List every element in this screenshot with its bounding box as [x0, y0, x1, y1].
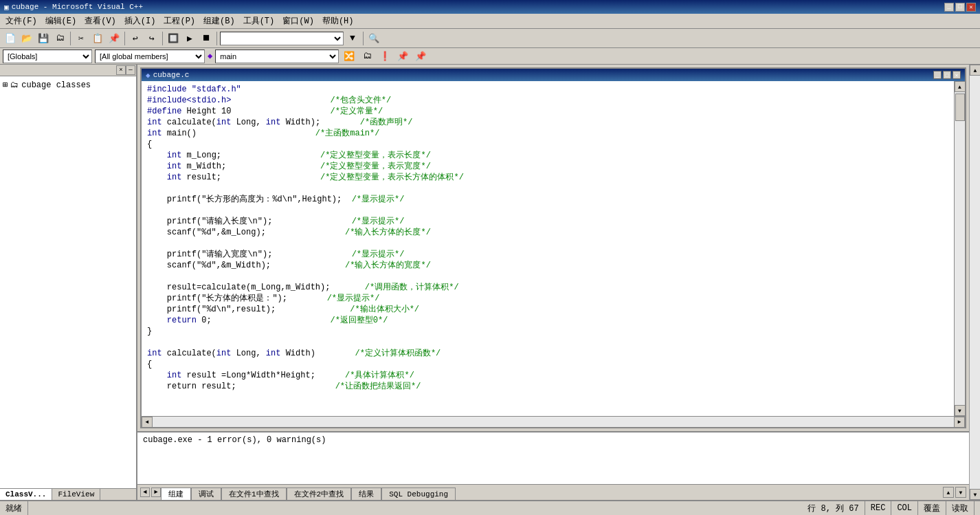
panel-pin-btn[interactable]: ─ — [126, 65, 135, 75]
config-button[interactable]: ▼ — [345, 31, 360, 46]
status-row: 行 8, 列 67 — [808, 503, 858, 514]
editor-filename: cubage.c — [153, 71, 190, 79]
output-tab-debug[interactable]: 调试 — [191, 487, 221, 500]
nav-icon-btn4[interactable]: 📌 — [395, 49, 410, 64]
hscroll-right-btn[interactable]: ► — [954, 417, 965, 428]
toolbar-row1: 📄 📂 💾 🗂 ✂ 📋 📌 ↩ ↪ 🔲 ▶ ⏹ ▼ 🔍 — [0, 29, 980, 48]
status-read-label: 读取 — [952, 503, 968, 514]
output-next-btn[interactable]: ► — [151, 487, 161, 497]
save-button[interactable]: 💾 — [36, 31, 51, 46]
separator3 — [162, 32, 163, 45]
run-button[interactable]: ▶ — [182, 31, 197, 46]
title-bar: ▣ cubage - Microsoft Visual C++ _ □ ✕ — [0, 0, 980, 14]
menu-view[interactable]: 查看(V) — [80, 14, 120, 28]
output-scroll-down[interactable]: ▼ — [955, 487, 966, 498]
nav-icon-btn3[interactable]: ❗ — [377, 49, 392, 64]
scroll-thumb[interactable] — [955, 94, 965, 121]
build-button[interactable]: 🔲 — [166, 31, 181, 46]
nav-icon-btn2[interactable]: 🗂 — [359, 49, 375, 64]
title-text: cubage - Microsoft Visual C++ — [12, 3, 143, 11]
code-editor[interactable]: #include "stdafx.h" #include<stdio.h> /*… — [142, 81, 954, 416]
output-prev-btn[interactable]: ◄ — [140, 487, 150, 497]
paste-button[interactable]: 📌 — [107, 31, 122, 46]
output-tabs: 组建 调试 在文件1中查找 在文件2中查找 结果 SQL Debugging — [161, 485, 456, 500]
editor-title-bar: ◆ cubage.c _ □ ✕ — [142, 69, 965, 81]
output-scroll-up[interactable]: ▲ — [943, 487, 954, 498]
stop-button[interactable]: ⏹ — [199, 31, 214, 46]
classview-tab[interactable]: ClassV... — [0, 489, 52, 500]
right-scroll-up[interactable]: ▲ — [970, 65, 980, 76]
menu-tools[interactable]: 工具(T) — [239, 14, 279, 28]
editor-vscrollbar[interactable]: ▲ ▼ — [954, 81, 965, 416]
minimize-button[interactable]: _ — [944, 3, 954, 12]
output-nav: ◄ ► — [140, 487, 161, 497]
app-container: ▣ cubage - Microsoft Visual C++ _ □ ✕ 文件… — [0, 0, 980, 515]
cut-button[interactable]: ✂ — [74, 31, 89, 46]
output-tab-build[interactable]: 组建 — [161, 487, 191, 500]
hscroll-track[interactable] — [153, 417, 954, 428]
nav-bar: [Globals] [All global members] ◆ main 🔀 … — [0, 48, 980, 65]
redo-button[interactable]: ↪ — [144, 31, 159, 46]
menu-project[interactable]: 工程(P) — [159, 14, 199, 28]
tree-root-item[interactable]: ⊞ 🗂 cubage classes — [3, 79, 133, 91]
output-tab-find1[interactable]: 在文件1中查找 — [221, 487, 287, 500]
status-bar: 就绪 行 8, 列 67 REC COL 覆盖 读取 — [0, 500, 980, 515]
editor-content: #include "stdafx.h" #include<stdio.h> /*… — [142, 81, 965, 416]
config-combo[interactable] — [220, 32, 344, 45]
status-ready: 就绪 — [5, 501, 28, 515]
panel-tabs: ClassV... FileView — [0, 488, 136, 500]
left-panel-toolbar: × ─ — [0, 65, 136, 76]
editor-hscrollbar[interactable]: ◄ ► — [142, 416, 965, 427]
globals-combo[interactable]: [Globals] — [3, 50, 92, 63]
fileview-tab[interactable]: FileView — [52, 489, 100, 500]
output-area: cubage.exe - 1 error(s), 0 warning(s) ◄ … — [137, 431, 969, 500]
scroll-up-btn[interactable]: ▲ — [955, 81, 966, 92]
new-file-button[interactable]: 📄 — [3, 31, 18, 46]
expand-icon: ⊞ — [3, 80, 8, 90]
right-scroll-down[interactable]: ▼ — [970, 489, 980, 500]
editor-title-controls: _ □ ✕ — [933, 71, 961, 79]
class-icon: 🗂 — [10, 80, 19, 90]
scroll-track[interactable] — [955, 92, 966, 405]
tree-area: ⊞ 🗂 cubage classes — [0, 76, 136, 488]
content-area: × ─ ⊞ 🗂 cubage classes ClassV... FileVie… — [0, 65, 980, 500]
menu-build[interactable]: 组建(B) — [199, 14, 239, 28]
panel-close-btn[interactable]: × — [116, 65, 126, 75]
status-rec-label: REC — [871, 503, 886, 513]
editor-minimize-btn[interactable]: _ — [933, 71, 942, 79]
copy-button[interactable]: 📋 — [90, 31, 105, 46]
find-button[interactable]: 🔍 — [366, 31, 381, 46]
status-ovr: 覆盖 — [918, 501, 946, 515]
menu-file[interactable]: 文件(F) — [1, 14, 41, 28]
editor-maximize-btn[interactable]: □ — [943, 71, 951, 79]
status-rec: REC — [865, 501, 892, 515]
menu-insert[interactable]: 插入(I) — [120, 14, 160, 28]
tree-root-label: cubage classes — [21, 80, 91, 90]
status-read: 读取 — [946, 501, 975, 515]
output-tab-find2[interactable]: 在文件2中查找 — [287, 487, 352, 500]
separator4 — [216, 32, 217, 45]
nav-icon-btn[interactable]: 🔀 — [342, 49, 357, 64]
editor-close-btn[interactable]: ✕ — [953, 71, 961, 79]
separator5 — [363, 32, 364, 45]
nav-icon-btn5[interactable]: 📌 — [413, 49, 428, 64]
scroll-down-btn[interactable]: ▼ — [955, 405, 966, 416]
hscroll-left-btn[interactable]: ◄ — [142, 417, 153, 428]
open-button[interactable]: 📂 — [19, 31, 34, 46]
menu-edit[interactable]: 编辑(E) — [41, 14, 81, 28]
function-combo[interactable]: main — [215, 50, 339, 63]
status-col: COL — [891, 501, 918, 515]
menu-window[interactable]: 窗口(W) — [278, 14, 318, 28]
undo-button[interactable]: ↩ — [128, 31, 143, 46]
right-scrollbar[interactable]: ▲ ▼ — [969, 65, 980, 500]
menu-help[interactable]: 帮助(H) — [318, 14, 358, 28]
title-bar-controls: _ □ ✕ — [944, 3, 976, 12]
separator1 — [70, 32, 71, 45]
maximize-button[interactable]: □ — [955, 3, 965, 12]
right-scroll-track[interactable] — [970, 76, 980, 489]
output-tab-results[interactable]: 结果 — [351, 487, 381, 500]
members-combo[interactable]: [All global members] — [95, 50, 205, 63]
save-all-button[interactable]: 🗂 — [52, 31, 67, 46]
close-button[interactable]: ✕ — [966, 3, 976, 12]
output-tab-sql[interactable]: SQL Debugging — [381, 487, 456, 500]
